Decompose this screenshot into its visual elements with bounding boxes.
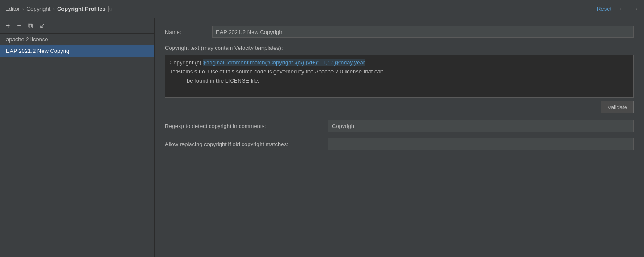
copyright-section-label: Copyright text (may contain Velocity tem… [165,45,634,51]
add-profile-button[interactable]: + [4,21,12,31]
replace-row: Allow replacing copyright if old copyrig… [165,138,634,150]
content-panel: Name: Copyright text (may contain Veloci… [155,18,644,257]
sidebar: + − ⧉ ↙ apache 2 license EAP 2021.2 New … [0,18,155,257]
copyright-suffix: . [365,59,366,66]
name-row: Name: [165,26,634,38]
sidebar-item-eap[interactable]: EAP 2021.2 New Copyrig [0,45,154,57]
copyright-line-2: JetBrains s.r.o. Use of this source code… [170,67,629,76]
copyright-template: $originalComment.match("Copyright \(c\) … [203,59,365,66]
breadcrumb-profiles: Copyright Profiles [57,6,106,12]
breadcrumb-copyright: Copyright [27,6,51,12]
copy-profile-button[interactable]: ⧉ [26,21,34,31]
copyright-text-area[interactable]: Copyright (c) $originalComment.match("Co… [165,55,634,98]
validate-row: Validate [165,101,634,113]
name-input[interactable] [212,26,634,38]
breadcrumb-sep-2: › [53,6,55,12]
replace-input[interactable] [328,138,634,150]
regexp-input[interactable] [328,120,634,132]
sidebar-item-apache[interactable]: apache 2 license [0,34,154,45]
sidebar-toolbar: + − ⧉ ↙ [0,18,154,34]
validate-button[interactable]: Validate [601,101,634,113]
header: Editor › Copyright › Copyright Profiles … [0,0,644,18]
main-layout: + − ⧉ ↙ apache 2 license EAP 2021.2 New … [0,18,644,257]
nav-back-button[interactable]: ← [618,5,625,13]
name-label: Name: [165,29,208,35]
copyright-prefix: Copyright (c) [170,59,203,66]
header-actions: Reset ← → [597,5,639,13]
breadcrumb: Editor › Copyright › Copyright Profiles … [5,6,114,12]
collapse-button[interactable]: ↙ [38,21,47,31]
sidebar-list: apache 2 license EAP 2021.2 New Copyrig [0,34,154,257]
regexp-label: Regexp to detect copyright in comments: [165,123,328,129]
replace-label: Allow replacing copyright if old copyrig… [165,141,328,147]
nav-forward-button[interactable]: → [632,5,639,13]
copyright-line-1: Copyright (c) $originalComment.match("Co… [170,58,629,67]
breadcrumb-editor: Editor [5,6,20,12]
window-icon: ⊞ [108,6,114,12]
remove-profile-button[interactable]: − [15,21,22,31]
breadcrumb-sep-1: › [22,6,24,12]
reset-button[interactable]: Reset [597,6,611,12]
copyright-line-3: be found in the LICENSE file. [170,76,629,86]
regexp-row: Regexp to detect copyright in comments: [165,120,634,132]
